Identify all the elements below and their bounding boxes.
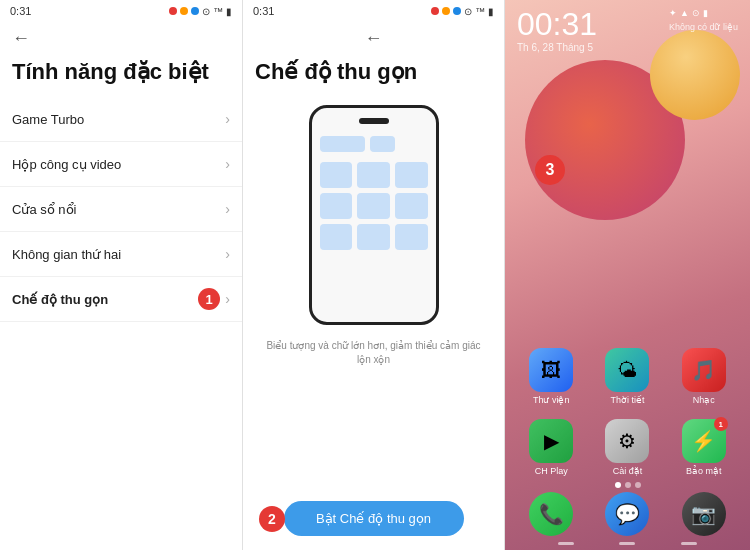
dock-camera[interactable]: 📷 [682,492,726,536]
menu-item-floating[interactable]: Cửa sổ nổi › [0,187,242,232]
home-nav [505,536,750,550]
menu-item-label-2: Cửa sổ nổi [12,202,76,217]
chevron-icon-1: › [225,156,230,172]
mockup-grid-1 [320,162,353,188]
nav-back[interactable] [558,542,574,545]
app-row-2: ▶ CH Play ⚙ Cài đặt ⚡ 1 Bảo mật [513,419,742,476]
chevron-icon-3: › [225,246,230,262]
app-item-nhac[interactable]: 🎵 Nhạc [676,348,731,405]
chevron-icon-0: › [225,111,230,127]
app-icon-thoi-tiet: 🌤 [605,348,649,392]
menu-item-label-0: Game Turbo [12,112,84,127]
dock-icon-messages: 💬 [605,492,649,536]
home-dots [505,482,750,488]
app-item-thu-vien[interactable]: 🖼 Thư viện [524,348,579,405]
menu-item-label-1: Hộp công cụ video [12,157,121,172]
signal-icon: ▲ [680,8,689,18]
step-badge-2: 2 [259,506,285,532]
dock-icon-phone: 📞 [529,492,573,536]
mockup-block-wide [320,136,365,152]
mockup-grid-2 [357,162,390,188]
menu-item-game-turbo[interactable]: Game Turbo › [0,97,242,142]
app-label-ch-play: CH Play [535,466,568,476]
app-grid: 🖼 Thư viện 🌤 Thời tiết 🎵 Nhạc ▶ CH Play … [505,348,750,490]
panel1-title: Tính năng đặc biệt [0,55,242,97]
panel2-title: Chế độ thu gọn [243,55,504,95]
status-time-2: 0:31 [253,5,274,17]
app-item-cai-dat[interactable]: ⚙ Cài đặt [600,419,655,476]
wifi-icon-2: ⊙ ™ ▮ [464,6,494,17]
menu-item-label-3: Không gian thứ hai [12,247,121,262]
step-badge-1: 1 [198,288,220,310]
home-time: 00:31 [517,8,597,40]
app-icon-cai-dat: ⚙ [605,419,649,463]
app-label-nhac: Nhạc [693,395,715,405]
mockup-grid-7 [320,224,353,250]
enable-btn-area: 2 Bật Chế độ thu gọn [243,491,504,550]
app-label-bao-mat: Bảo mật [686,466,722,476]
status-bar-1: 0:31 ⊙ ™ ▮ [0,0,242,22]
back-button-1[interactable]: ← [0,22,242,55]
menu-item-second-space[interactable]: Không gian thứ hai › [0,232,242,277]
dot-1 [615,482,621,488]
mockup-grid-6 [395,193,428,219]
dot-3 [635,482,641,488]
panel-homescreen: 00:31 Th 6, 28 Tháng 5 ✦ ▲ ⊙ ▮ Không có … [505,0,750,550]
mockup-grid [320,162,428,250]
chevron-icon-2: › [225,201,230,217]
dot-red-2 [431,7,439,15]
app-row-1: 🖼 Thư viện 🌤 Thời tiết 🎵 Nhạc [513,348,742,405]
app-icon-nhac: 🎵 [682,348,726,392]
app-label-cai-dat: Cài đặt [613,466,643,476]
phone-notch [359,118,389,124]
enable-compact-button[interactable]: Bật Chế độ thu gọn [284,501,464,536]
status-time-1: 0:31 [10,5,31,17]
dock-phone[interactable]: 📞 [529,492,573,536]
dock-messages[interactable]: 💬 [605,492,649,536]
app-item-bao-mat[interactable]: ⚡ 1 Bảo mật [676,419,731,476]
mockup-grid-4 [320,193,353,219]
menu-item-video[interactable]: Hộp công cụ video › [0,142,242,187]
dot-orange-2 [442,7,450,15]
dot-red-1 [169,7,177,15]
bao-mat-badge: 1 [714,417,728,431]
status-bar-2: 0:31 ⊙ ™ ▮ [243,0,504,22]
app-item-ch-play[interactable]: ▶ CH Play [524,419,579,476]
battery-icon: ▮ [703,8,708,18]
mockup-grid-3 [395,162,428,188]
nav-home[interactable] [619,542,635,545]
app-label-thu-vien: Thư viện [533,395,570,405]
panel-special-features: 0:31 ⊙ ™ ▮ ← Tính năng đặc biệt Game Tur… [0,0,243,550]
mockup-block-medium [370,136,395,152]
homescreen-time-block: 00:31 Th 6, 28 Tháng 5 [517,8,597,53]
dot-blue-2 [453,7,461,15]
mockup-grid-5 [357,193,390,219]
app-item-thoi-tiet[interactable]: 🌤 Thời tiết [600,348,655,405]
app-icon-ch-play: ▶ [529,419,573,463]
dot-2 [625,482,631,488]
home-date: Th 6, 28 Tháng 5 [517,42,597,53]
home-status-icons: ✦ ▲ ⊙ ▮ [669,8,738,18]
app-icon-thu-vien: 🖼 [529,348,573,392]
home-weather: Không có dữ liệu [669,22,738,32]
mockup-caption: Biểu tượng và chữ lớn hơn, giảm thiểu cả… [243,339,504,367]
dot-blue-1 [191,7,199,15]
menu-list: Game Turbo › Hộp công cụ video › Cửa sổ … [0,97,242,550]
homescreen-status: 00:31 Th 6, 28 Tháng 5 ✦ ▲ ⊙ ▮ Không có … [505,0,750,53]
menu-item-compact[interactable]: Chế độ thu gọn 1 › [0,277,242,322]
mockup-grid-9 [395,224,428,250]
dock-icon-camera: 📷 [682,492,726,536]
status-icons-2: ⊙ ™ ▮ [431,6,494,17]
home-dock: 📞 💬 📷 [513,492,742,536]
app-icon-bao-mat: ⚡ 1 [682,419,726,463]
app-label-thoi-tiet: Thời tiết [610,395,644,405]
step-badge-3: 3 [535,155,565,185]
back-button-2[interactable]: ← [353,22,395,55]
wifi-icon-home: ⊙ [692,8,700,18]
mockup-grid-8 [357,224,390,250]
wifi-icon-1: ⊙ ™ ▮ [202,6,232,17]
phone-mockup [309,105,439,325]
nav-recent[interactable] [681,542,697,545]
menu-item-label-4: Chế độ thu gọn [12,292,108,307]
bluetooth-icon: ✦ [669,8,677,18]
